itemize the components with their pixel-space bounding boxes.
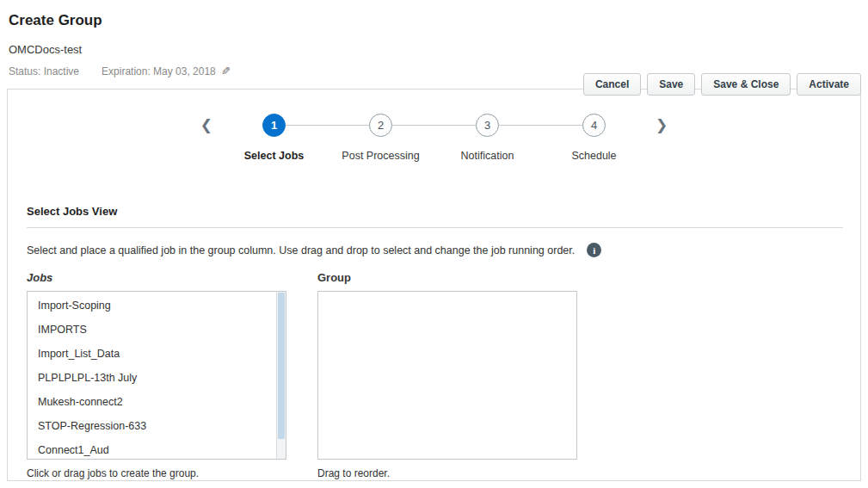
- step-3-circle[interactable]: 3: [476, 114, 499, 137]
- step-schedule[interactable]: 4 Schedule: [582, 114, 606, 137]
- jobs-hint: Click or drag jobs to create the group.: [27, 467, 286, 479]
- jobs-list: Import-Scoping IMPORTS Import_List_Data …: [28, 292, 286, 460]
- jobs-column-label: Jobs: [27, 271, 286, 284]
- step-2-label: Post Processing: [342, 150, 419, 162]
- step-post-processing[interactable]: 2 Post Processing: [369, 114, 392, 137]
- stepper-connector: [392, 125, 476, 126]
- jobs-list-scrollbar-thumb[interactable]: [278, 293, 285, 439]
- step-2-circle[interactable]: 2: [369, 114, 392, 137]
- jobs-list-scrollbar[interactable]: [276, 292, 286, 459]
- group-column: Group Drag to reorder.: [317, 271, 577, 479]
- instruction-row: Select and place a qualified job in the …: [27, 243, 841, 257]
- save-and-close-button[interactable]: Save & Close: [701, 73, 791, 96]
- activate-button[interactable]: Activate: [797, 73, 861, 96]
- step-notification[interactable]: 3 Notification: [476, 114, 499, 137]
- job-list-item[interactable]: STOP-Regression-633: [28, 417, 286, 441]
- group-hint: Drag to reorder.: [317, 467, 577, 479]
- save-button[interactable]: Save: [647, 73, 695, 96]
- jobs-group-columns: Jobs Import-Scoping IMPORTS Import_List_…: [27, 271, 841, 479]
- section-title: Select Jobs View: [27, 205, 841, 218]
- wizard-panel: ❮ 1 Select Jobs 2 Post Processing 3 Noti…: [7, 89, 861, 481]
- status-label: Status: Inactive: [9, 65, 79, 77]
- action-button-row: Cancel Save Save & Close Activate: [583, 73, 861, 96]
- instruction-text: Select and place a qualified job in the …: [27, 244, 575, 256]
- step-select-jobs[interactable]: 1 Select Jobs: [262, 114, 286, 137]
- group-name: OMCDocs-test: [9, 43, 861, 56]
- step-1-circle[interactable]: 1: [262, 114, 286, 137]
- wizard-stepper: ❮ 1 Select Jobs 2 Post Processing 3 Noti…: [8, 114, 860, 177]
- create-group-page: Create Group OMCDocs-test Status: Inacti…: [0, 12, 868, 481]
- job-list-item[interactable]: Connect1_Aud: [28, 441, 286, 460]
- stepper-connector: [499, 125, 582, 126]
- job-list-item[interactable]: Import-Scoping: [28, 296, 286, 320]
- job-list-item[interactable]: IMPORTS: [28, 320, 286, 344]
- group-drop-box[interactable]: [317, 291, 577, 460]
- stepper-next-chevron-icon[interactable]: ❯: [656, 114, 668, 137]
- job-list-item[interactable]: Import_List_Data: [28, 344, 286, 368]
- info-icon[interactable]: i: [587, 243, 601, 257]
- step-1-label: Select Jobs: [244, 150, 304, 162]
- job-list-item[interactable]: Mukesh-connect2: [28, 392, 286, 417]
- step-4-label: Schedule: [571, 150, 616, 162]
- page-title: Create Group: [9, 12, 861, 29]
- jobs-list-box: Import-Scoping IMPORTS Import_List_Data …: [27, 291, 286, 460]
- cancel-button[interactable]: Cancel: [583, 73, 641, 96]
- section-divider: [27, 227, 843, 228]
- stepper-previous-chevron-icon[interactable]: ❮: [200, 114, 212, 137]
- group-column-label: Group: [317, 271, 577, 284]
- expiration-label: Expiration: May 03, 2018: [102, 65, 216, 77]
- stepper-connector: [286, 125, 369, 126]
- step-4-circle[interactable]: 4: [582, 114, 606, 137]
- job-list-item[interactable]: PLPLPLPL-13th July: [28, 368, 286, 392]
- step-3-label: Notification: [461, 150, 514, 162]
- edit-expiration-pencil-icon[interactable]: ✎: [221, 65, 231, 77]
- jobs-column: Jobs Import-Scoping IMPORTS Import_List_…: [27, 271, 286, 479]
